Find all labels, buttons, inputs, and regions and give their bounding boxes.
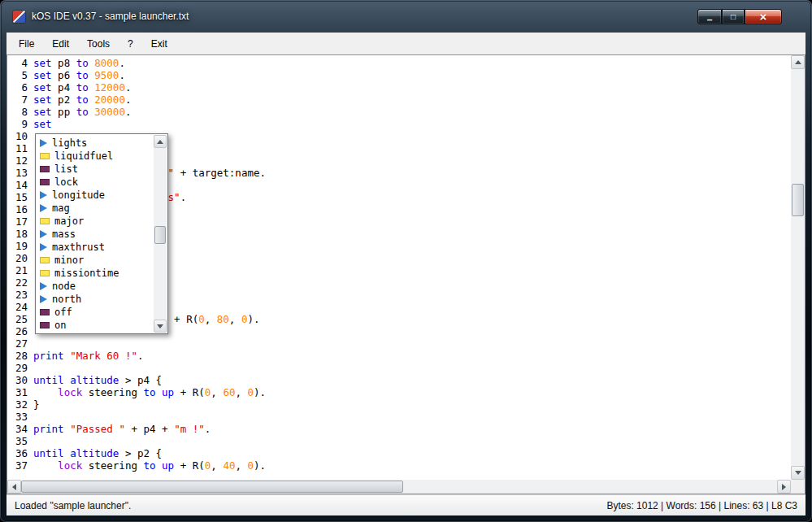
code-line[interactable] bbox=[33, 362, 791, 374]
line-number: 37 bbox=[7, 459, 33, 472]
autocomplete-label: lights bbox=[52, 137, 87, 149]
code-line[interactable]: lock steering to up + R(0, 40, 0). bbox=[33, 459, 791, 472]
autocomplete-item-maxthrust[interactable]: maxthrust bbox=[37, 241, 153, 254]
maximize-button[interactable]: □ bbox=[722, 9, 745, 24]
down-arrow-icon bbox=[157, 324, 163, 328]
title-bar[interactable]: kOS IDE v0.37 - sample launcher.txt – □ … bbox=[0, 0, 812, 33]
autocomplete-label: minor bbox=[54, 254, 84, 266]
menu-item-exit[interactable]: Exit bbox=[142, 34, 176, 54]
autocomplete-label: node bbox=[52, 281, 76, 292]
autocomplete-label: lock bbox=[54, 176, 78, 188]
code-line[interactable] bbox=[33, 411, 791, 423]
code-line[interactable]: print "Mark 60 !". bbox=[33, 350, 791, 362]
menu-bar: FileEditTools?Exit bbox=[7, 33, 805, 54]
line-number: 30 bbox=[7, 374, 33, 386]
scroll-left-button[interactable] bbox=[7, 480, 21, 494]
autocomplete-item-mass[interactable]: mass bbox=[37, 228, 153, 241]
maximize-icon: □ bbox=[731, 12, 736, 21]
line-number: 27 bbox=[7, 337, 33, 350]
autocomplete-scrollbar[interactable] bbox=[154, 135, 167, 333]
triangle-blue-icon bbox=[40, 191, 47, 199]
rect-yellow-icon bbox=[40, 257, 50, 263]
autocomplete-item-on[interactable]: on bbox=[37, 319, 153, 331]
code-line[interactable]: until altitude > p4 { bbox=[33, 374, 791, 386]
autocomplete-item-list[interactable]: list bbox=[37, 163, 153, 176]
scroll-down-button[interactable] bbox=[791, 466, 805, 480]
line-number: 7 bbox=[7, 94, 33, 106]
horizontal-scroll-thumb[interactable] bbox=[21, 481, 403, 493]
autocomplete-item-minor[interactable]: minor bbox=[37, 254, 153, 267]
code-line[interactable]: set p4 to 12000. bbox=[33, 81, 791, 94]
code-line[interactable]: set p6 to 9500. bbox=[33, 69, 791, 81]
triangle-blue-icon bbox=[40, 139, 47, 147]
horizontal-scrollbar[interactable] bbox=[7, 480, 791, 494]
code-line[interactable]: set p2 to 20000. bbox=[33, 94, 791, 106]
app-window: kOS IDE v0.37 - sample launcher.txt – □ … bbox=[0, 0, 812, 522]
scrollbar-corner bbox=[791, 480, 805, 494]
vertical-scrollbar[interactable] bbox=[791, 55, 805, 480]
line-number: 20 bbox=[7, 252, 33, 264]
line-number: 25 bbox=[7, 313, 33, 325]
menu-item-tools[interactable]: Tools bbox=[78, 34, 119, 54]
autocomplete-item-north[interactable]: north bbox=[37, 293, 153, 306]
line-number: 10 bbox=[7, 130, 33, 142]
code-line[interactable]: set p8 to 8000. bbox=[33, 57, 791, 69]
autocomplete-scroll-down-button[interactable] bbox=[154, 320, 167, 333]
code-line[interactable]: lock steering to up + R(0, 60, 0). bbox=[33, 386, 791, 398]
autocomplete-scroll-thumb[interactable] bbox=[154, 226, 166, 244]
vertical-scroll-thumb[interactable] bbox=[792, 184, 804, 216]
autocomplete-item-missiontime[interactable]: missiontime bbox=[37, 267, 153, 280]
autocomplete-label: on bbox=[54, 320, 66, 331]
code-line[interactable]: } bbox=[33, 398, 791, 411]
line-number: 26 bbox=[7, 325, 33, 337]
autocomplete-label: missiontime bbox=[54, 268, 119, 279]
line-number: 22 bbox=[7, 276, 33, 289]
app-icon bbox=[13, 11, 25, 23]
code-line[interactable]: set bbox=[33, 118, 791, 130]
line-number-gutter: 4567891011121314151617181920212223242526… bbox=[7, 55, 33, 480]
code-line[interactable] bbox=[33, 435, 791, 447]
code-line[interactable]: until altitude > p2 { bbox=[33, 447, 791, 459]
autocomplete-item-liquidfuel[interactable]: liquidfuel bbox=[37, 150, 153, 163]
scroll-up-button[interactable] bbox=[791, 55, 805, 69]
line-number: 35 bbox=[7, 435, 33, 447]
autocomplete-item-off[interactable]: off bbox=[37, 306, 153, 319]
minimize-icon: – bbox=[707, 14, 713, 25]
rect-yellow-icon bbox=[40, 270, 50, 276]
up-arrow-icon bbox=[795, 60, 801, 64]
line-number: 18 bbox=[7, 228, 33, 240]
status-bar: Loaded "sample launcher". Bytes: 1012 | … bbox=[7, 494, 805, 515]
autocomplete-item-lights[interactable]: lights bbox=[37, 137, 153, 150]
triangle-blue-icon bbox=[40, 282, 47, 290]
close-icon: × bbox=[760, 10, 767, 24]
window-title: kOS IDE v0.37 - sample launcher.txt bbox=[32, 11, 189, 22]
line-number: 23 bbox=[7, 289, 33, 301]
autocomplete-item-major[interactable]: major bbox=[37, 215, 153, 228]
line-number: 13 bbox=[7, 167, 33, 179]
menu-item-edit[interactable]: Edit bbox=[43, 34, 78, 54]
status-stats: Bytes: 1012 | Words: 156 | Lines: 63 | L… bbox=[606, 500, 797, 511]
line-number: 32 bbox=[7, 398, 33, 411]
autocomplete-label: maxthrust bbox=[52, 241, 105, 253]
line-number: 9 bbox=[7, 118, 33, 130]
line-number: 33 bbox=[7, 411, 33, 423]
menu-item-help[interactable]: ? bbox=[119, 34, 142, 54]
minimize-button[interactable]: – bbox=[697, 9, 722, 24]
autocomplete-scroll-up-button[interactable] bbox=[154, 135, 167, 148]
autocomplete-item-node[interactable]: node bbox=[37, 280, 153, 293]
line-number: 6 bbox=[7, 81, 33, 94]
code-line[interactable]: set pp to 30000. bbox=[33, 106, 791, 118]
close-button[interactable]: × bbox=[745, 9, 782, 24]
autocomplete-item-lock[interactable]: lock bbox=[37, 176, 153, 189]
right-arrow-icon bbox=[782, 484, 786, 490]
up-arrow-icon bbox=[157, 140, 163, 144]
scroll-right-button[interactable] bbox=[777, 480, 791, 494]
code-line[interactable] bbox=[33, 337, 791, 350]
code-line[interactable]: print "Passed " + p4 + "m !". bbox=[33, 423, 791, 435]
autocomplete-item-longitude[interactable]: longitude bbox=[37, 189, 153, 202]
menu-item-file[interactable]: File bbox=[10, 34, 43, 54]
rect-purple-icon bbox=[40, 309, 50, 315]
autocomplete-item-mag[interactable]: mag bbox=[37, 202, 153, 215]
line-number: 12 bbox=[7, 154, 33, 167]
line-number: 16 bbox=[7, 203, 33, 215]
